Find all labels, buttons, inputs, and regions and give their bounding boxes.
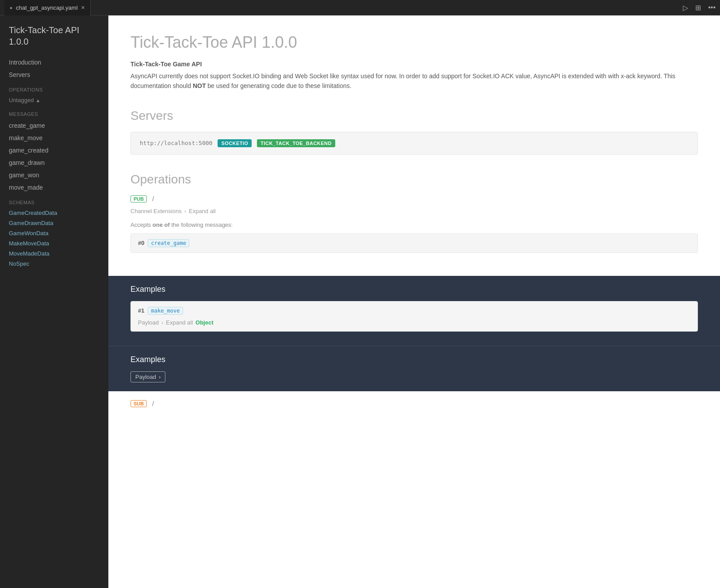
op-path: / [152,195,154,202]
object-link[interactable]: Object [195,319,213,326]
sidebar-msg-game-drawn[interactable]: game_drawn [0,157,108,169]
close-icon[interactable]: × [81,4,85,11]
sidebar-schema-game-created-data[interactable]: GameCreatedData [0,208,108,218]
introduction-section: Tick-Tack-Toe API 1.0.0 Tick-Tack-Toe Ga… [108,15,720,276]
sidebar-item-introduction[interactable]: Introduction [0,56,108,69]
examples-title-1: Examples [130,285,698,294]
sub-badge: SUB [130,400,147,407]
sidebar-msg-create-game[interactable]: create_game [0,119,108,132]
channel-extensions-row: Channel Extensions › Expand all [130,208,698,214]
sub-path: / [152,400,154,407]
sidebar-schema-game-won-data[interactable]: GameWonData [0,228,108,238]
app-body: Tick-Tack-Toe API 1.0.0 Introduction Ser… [0,15,720,588]
sub-section: SUB / [108,391,720,416]
api-desc-bold: NOT [193,82,206,89]
modified-dot: ● [10,5,12,10]
sidebar-section-schemas: SCHEMAS [0,194,108,208]
sidebar-schema-move-made-data[interactable]: MoveMadeData [0,248,108,259]
layout-icon[interactable]: ⊞ [695,4,701,12]
accepts-suffix: the following messages: [170,221,233,228]
accepts-bold: one of [153,221,170,228]
sidebar-msg-game-created[interactable]: game_created [0,144,108,157]
tab-filename: chat_gpt_asyncapi.yaml [16,4,77,11]
operations-title: Operations [130,172,698,187]
servers-title: Servers [130,109,698,123]
example-item-1: #1 make_move Payload › Expand all Object [130,301,698,332]
op-pub-row: PUB / [130,195,698,202]
api-desc-rest: be used for generating code due to these… [206,82,351,89]
api-title: Tick-Tack-Toe API 1.0.0 [130,33,698,52]
msg-num-0: #0 [138,240,144,246]
editor-tab[interactable]: ● chat_gpt_asyncapi.yaml × [4,0,91,15]
server-url: http://localhost:5000 [140,140,212,146]
main-content: Tick-Tack-Toe API 1.0.0 Tick-Tack-Toe Ga… [108,15,720,588]
examples-section-1: Examples #1 make_move Payload › Expand a… [108,276,720,346]
api-description: AsyncAPI currently does not support Sock… [130,71,698,91]
sidebar-schema-make-move-data[interactable]: MakeMoveData [0,238,108,248]
badge-backend[interactable]: TICK_TACK_TOE_BACKEND [257,139,335,147]
sidebar-untagged-label: Untagged [9,97,34,103]
sidebar-section-messages: MESSAGES [0,105,108,119]
channel-extensions-label: Channel Extensions [130,208,182,214]
badge-socketio[interactable]: SOCKETIO [218,139,252,147]
sidebar-nav: Introduction Servers [0,56,108,81]
sidebar-msg-game-won[interactable]: game_won [0,169,108,181]
msg-tag-0[interactable]: create_game [148,239,189,247]
example-tag-1[interactable]: make_move [148,307,183,315]
sub-op-row: SUB / [130,400,698,407]
examples-title-2: Examples [130,355,698,364]
pub-badge: PUB [130,195,147,202]
run-icon[interactable]: ▷ [683,4,688,12]
expand-all-payload-link[interactable]: Expand all [166,319,193,326]
chevron-right-icon-btn: › [159,374,161,380]
api-subtitle: Tick-Tack-Toe Game API [130,61,698,68]
titlebar-actions: ▷ ⊞ ••• [683,4,716,12]
examples-section-2: Examples Payload › [108,346,720,391]
sidebar-section-operations: OPERATIONS [0,81,108,95]
example-header-1: #1 make_move [138,307,690,315]
payload-btn-label: Payload [135,374,156,380]
chevron-right-icon-payload: › [161,319,163,326]
chevron-right-icon: › [184,208,186,214]
example-num-1: #1 [138,307,144,314]
example-payload-row-1: Payload › Expand all Object [138,319,690,326]
sidebar-item-servers[interactable]: Servers [0,69,108,81]
servers-block: http://localhost:5000 SOCKETIO TICK_TACK… [130,132,698,155]
sidebar-item-untagged[interactable]: Untagged ▲ [0,95,108,105]
accepts-text: Accepts one of the following messages: [130,221,698,228]
accepts-prefix: Accepts [130,221,153,228]
chevron-up-icon: ▲ [35,98,40,103]
payload-label-1: Payload [138,319,159,326]
message-item-0[interactable]: #0 create_game [130,233,698,253]
sidebar-schema-no-spec[interactable]: NoSpec [0,259,108,269]
more-icon[interactable]: ••• [708,4,716,11]
sidebar-msg-make-move[interactable]: make_move [0,132,108,144]
sidebar: Tick-Tack-Toe API 1.0.0 Introduction Ser… [0,15,108,588]
expand-all-link[interactable]: Expand all [189,208,216,214]
titlebar: ● chat_gpt_asyncapi.yaml × ▷ ⊞ ••• [0,0,720,15]
payload-button[interactable]: Payload › [130,371,165,382]
sidebar-schema-game-drawn-data[interactable]: GameDrawnData [0,218,108,228]
sidebar-msg-move-made[interactable]: move_made [0,181,108,194]
sidebar-api-title: Tick-Tack-Toe API 1.0.0 [0,24,108,56]
